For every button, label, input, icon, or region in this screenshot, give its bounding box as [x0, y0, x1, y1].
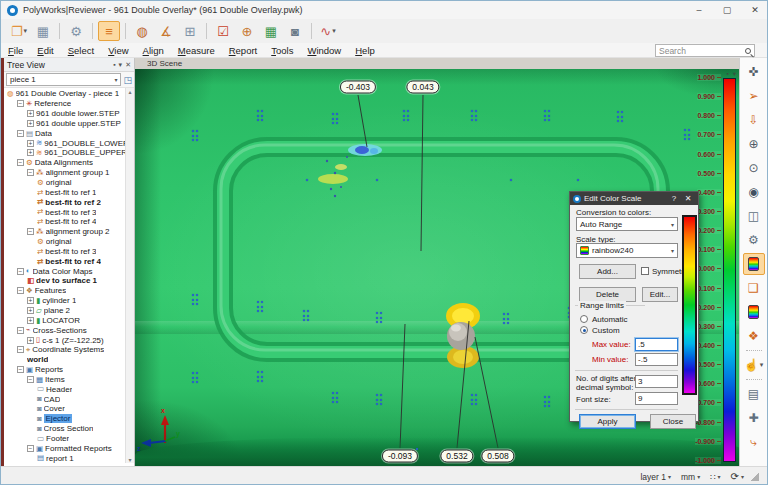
- tree-item-reference[interactable]: −✳Reference: [4, 99, 134, 109]
- pin-icon[interactable]: ▪: [113, 61, 115, 69]
- tree-item-data[interactable]: −▤Data: [4, 128, 134, 138]
- up-arrow-icon[interactable]: ▴: [128, 88, 131, 95]
- tree-item-best-fit-to-ref-4[interactable]: ⇄best-fit to ref 4: [4, 217, 134, 227]
- minimize-button[interactable]: –: [685, 1, 713, 19]
- tree-item-961-double-lower-ply[interactable]: +≋961_DOUBLE_LOWER.ply: [4, 138, 134, 148]
- piece-selector-icon[interactable]: ◳: [123, 75, 132, 85]
- collapse-icon[interactable]: −: [17, 159, 24, 166]
- search-input[interactable]: Search: [655, 44, 755, 57]
- expand-icon[interactable]: +: [27, 297, 34, 304]
- digits-input[interactable]: 3: [635, 375, 678, 388]
- tree-item-best-fit-to-ref-1[interactable]: ⇄best-fit to ref 1: [4, 187, 134, 197]
- tree-item-cross-section[interactable]: ◙Cross Section: [4, 424, 134, 434]
- chevron-down-icon[interactable]: ▾: [114, 76, 117, 83]
- delete-button[interactable]: Delete: [579, 287, 636, 302]
- tree-item-original[interactable]: ⚙original: [4, 237, 134, 247]
- menu-align[interactable]: Align: [136, 44, 171, 57]
- tree-item-best-fit-to-ref-3[interactable]: ⇄best-fit to ref 3: [4, 207, 134, 217]
- close-icon[interactable]: ✕: [125, 61, 131, 69]
- color-map-button[interactable]: [743, 253, 765, 275]
- object-window-button[interactable]: ▤: [743, 383, 765, 405]
- visibility-button[interactable]: ◉: [743, 181, 765, 203]
- tree-item-cylinder-1[interactable]: +▮cylinder 1: [4, 296, 134, 306]
- chevron-down-icon[interactable]: ▾: [119, 61, 123, 69]
- display-options-button[interactable]: ⚙: [743, 229, 765, 251]
- menu-report[interactable]: Report: [222, 44, 265, 57]
- tree-item-reports[interactable]: −▣Reports: [4, 365, 134, 375]
- tree-item-ejector[interactable]: ◙Ejector: [4, 414, 134, 424]
- collapse-icon[interactable]: −: [27, 169, 34, 176]
- deviation-annotation[interactable]: 0.532: [440, 450, 473, 463]
- tree-item-coordinate-systems[interactable]: −⌖Coordinate Systems: [4, 345, 134, 355]
- tree-item-header[interactable]: ▭Header: [4, 384, 134, 394]
- tab-3d-scene[interactable]: 3D Scene: [147, 59, 182, 68]
- tree-item-formatted-reports[interactable]: −▣Formatted Reports: [4, 443, 134, 453]
- dialog-close-button[interactable]: ✕: [681, 194, 695, 203]
- dialog-close-action-button[interactable]: Close: [650, 414, 696, 429]
- collapse-icon[interactable]: −: [17, 346, 24, 353]
- expand-icon[interactable]: +: [27, 307, 34, 314]
- deviation-annotation[interactable]: 0.043: [406, 81, 439, 94]
- refresh-selector[interactable]: ⟳ ▾: [728, 470, 747, 483]
- deviation-annotation[interactable]: 0.508: [481, 450, 514, 463]
- tree-item-footer[interactable]: ▭Footer: [4, 434, 134, 444]
- chevron-down-icon[interactable]: ▾: [332, 27, 336, 35]
- collapse-icon[interactable]: −: [17, 327, 24, 334]
- tree-item-alignment-group-2[interactable]: −⁂alignment group 2: [4, 227, 134, 237]
- expand-icon[interactable]: +: [27, 149, 34, 156]
- tree-item-original[interactable]: ⚙original: [4, 178, 134, 188]
- menu-view[interactable]: View: [101, 44, 135, 57]
- symmetrical-checkbox[interactable]: [641, 267, 649, 275]
- zoom-in-button[interactable]: ⊕: [743, 133, 765, 155]
- font-size-input[interactable]: 9: [635, 392, 678, 405]
- collapse-icon[interactable]: −: [17, 100, 24, 107]
- open-project-button[interactable]: ❐▾: [8, 21, 30, 41]
- tree-item-best-fit-to-ref-2[interactable]: ⇄best-fit to ref 2: [4, 197, 134, 207]
- custom-radio[interactable]: [580, 326, 588, 334]
- dialog-title-bar[interactable]: Edit Color Scale ? ✕: [570, 192, 698, 205]
- tree-item-dev-to-surface-1[interactable]: ◧dev to surface 1: [4, 276, 134, 286]
- menu-help[interactable]: Help: [348, 44, 382, 57]
- view-manipulation-button[interactable]: ✜: [743, 61, 765, 83]
- conversion-select[interactable]: Auto Range ▾: [576, 217, 678, 231]
- chevron-down-icon[interactable]: ▾: [697, 473, 700, 480]
- menu-window[interactable]: Window: [300, 44, 348, 57]
- down-arrow-icon[interactable]: ▾: [128, 456, 131, 463]
- snapshot-button[interactable]: ◙: [284, 21, 306, 41]
- tree-item-world[interactable]: world: [4, 355, 134, 365]
- menu-file[interactable]: File: [1, 44, 30, 57]
- menu-measure[interactable]: Measure: [171, 44, 222, 57]
- point-size-selector[interactable]: ∷ ▾: [707, 471, 723, 483]
- tree-item-cad[interactable]: ◙CAD: [4, 394, 134, 404]
- project-view-button[interactable]: ⇩: [743, 109, 765, 131]
- align-view-button[interactable]: ➢: [743, 85, 765, 107]
- expand-icon[interactable]: +: [27, 110, 34, 117]
- charts-button[interactable]: ∿▾: [317, 21, 339, 41]
- move-annotation-button[interactable]: ❖: [743, 325, 765, 347]
- expand-icon[interactable]: +: [27, 120, 34, 127]
- gauge-button[interactable]: ⊞: [179, 21, 201, 41]
- surfaces-button[interactable]: ◍: [131, 21, 153, 41]
- tree-item-best-fit-to-ref-3[interactable]: ⇄best-fit to ref 3: [4, 247, 134, 257]
- menu-select[interactable]: Select: [61, 44, 101, 57]
- expand-icon[interactable]: +: [27, 337, 34, 344]
- collapse-icon[interactable]: −: [17, 287, 24, 294]
- collapse-icon[interactable]: −: [27, 445, 34, 452]
- tree-item-961-double-upper-step[interactable]: +961 double upper.STEP: [4, 119, 134, 129]
- max-value-input[interactable]: .5: [635, 338, 678, 351]
- chevron-down-icon[interactable]: ▾: [718, 473, 721, 480]
- chevron-down-icon[interactable]: ▾: [741, 473, 744, 480]
- annotations-button[interactable]: ❑: [743, 277, 765, 299]
- edit-color-scale-button[interactable]: [743, 301, 765, 323]
- chevron-down-icon[interactable]: ▾: [733, 70, 736, 78]
- report-button[interactable]: ☑: [212, 21, 234, 41]
- expand-icon[interactable]: +: [27, 317, 34, 324]
- expand-icon[interactable]: +: [27, 140, 34, 147]
- collapse-icon[interactable]: −: [17, 366, 24, 373]
- tree-item-961-double-upper-ply[interactable]: +≋961_DOUBLE_UPPER.ply: [4, 148, 134, 158]
- tree-item-data-color-maps[interactable]: −◐Data Color Maps: [4, 266, 134, 276]
- menu-edit[interactable]: Edit: [30, 44, 60, 57]
- tree-item-data-alignments[interactable]: −⚙Data Alignments: [4, 158, 134, 168]
- zoom-reset-button[interactable]: ⊙: [743, 157, 765, 179]
- deviation-annotation[interactable]: -0.403: [340, 81, 376, 94]
